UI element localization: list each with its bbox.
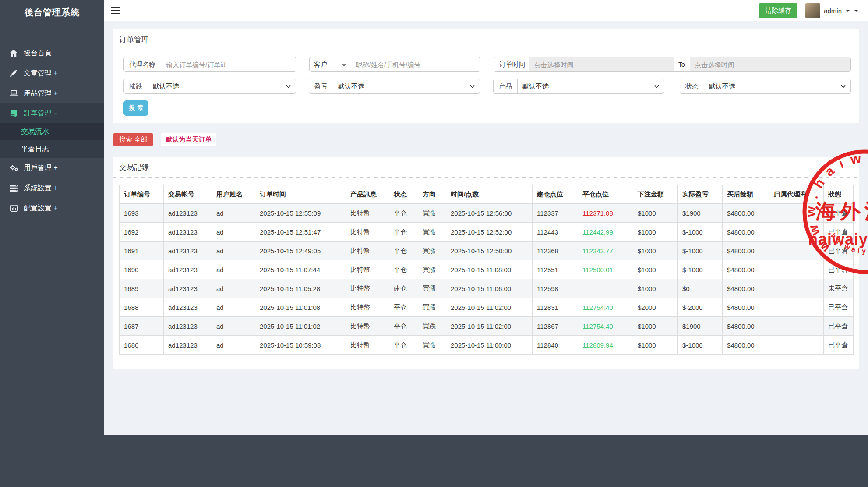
table-cell: 平仓 <box>389 223 418 242</box>
table-header-cell: 狀態 <box>824 185 854 204</box>
table-header-cell: 方向 <box>418 185 446 204</box>
table-cell: 1686 <box>120 336 164 355</box>
sidebar-item-label: 訂單管理 − <box>24 109 58 118</box>
sidebar-item-close-log[interactable]: 平倉日志 <box>0 140 104 158</box>
table-cell: 買漲 <box>418 223 446 242</box>
table-cell: 112754.40 <box>578 298 633 317</box>
table-cell <box>769 336 824 355</box>
username[interactable]: admin <box>824 7 842 14</box>
table-cell: 112368 <box>533 242 578 260</box>
default-today-note: 默认为当天订单 <box>161 133 216 146</box>
table-cell: 112337 <box>533 204 578 223</box>
table-cell: $1000 <box>633 260 678 279</box>
sidebar-item-transaction-flow[interactable]: 交易流水 <box>0 123 104 140</box>
content: 订单管理 代理名称 客户 订单时间 <box>104 21 868 435</box>
table-cell: 2025-10-15 11:07:44 <box>255 260 346 279</box>
sidebar-item-home[interactable]: 後台首頁 <box>0 43 104 63</box>
table-cell: 建仓 <box>389 279 418 298</box>
table-cell: 已平倉 <box>824 260 854 279</box>
table-cell <box>769 260 824 279</box>
search-button[interactable]: 搜 索 <box>123 100 148 116</box>
clear-cache-button[interactable]: 清除緩存 <box>759 3 797 18</box>
table-cell: 平仓 <box>389 317 418 336</box>
table-header-cell: 交易帐号 <box>164 185 212 204</box>
customer-select[interactable]: 客户 <box>310 57 351 71</box>
table-cell: $1000 <box>633 204 678 223</box>
table-cell: $0 <box>678 279 723 298</box>
product-filter-group: 产品 默认不选 <box>493 79 664 94</box>
sidebar-item-orders[interactable]: 訂單管理 − <box>0 103 104 123</box>
product-select[interactable]: 默认不选 <box>518 79 664 93</box>
table-cell: 2025-10-15 11:05:28 <box>255 279 346 298</box>
sidebar-item-label: 系統設置 + <box>24 184 58 193</box>
sidebar-menu: 後台首頁 文章管理 + 產品管理 + 訂單管理 − 交易流水 平倉日志 <box>0 43 104 218</box>
home-icon <box>9 50 18 57</box>
profit-select[interactable]: 默认不选 <box>333 79 480 93</box>
time-from-input[interactable] <box>529 57 674 71</box>
table-cell: 112343.77 <box>578 242 633 260</box>
table-cell: 2025-10-15 11:01:02 <box>255 317 346 336</box>
table-cell: 平仓 <box>389 242 418 260</box>
sidebar-item-system[interactable]: 系統設置 + <box>0 178 104 198</box>
table-cell: 2025-10-15 11:00:00 <box>446 336 533 355</box>
table-cell: 比特幣 <box>346 260 389 279</box>
sidebar-item-products[interactable]: 產品管理 + <box>0 83 104 103</box>
order-management-panel: 订单管理 代理名称 客户 订单时间 <box>113 29 859 123</box>
table-header-cell: 订单编号 <box>120 185 164 204</box>
table-header-cell: 下注金額 <box>633 185 678 204</box>
table-cell: 112551 <box>533 260 578 279</box>
sidebar-item-users[interactable]: 用戶管理 + <box>0 158 104 178</box>
caret-down-icon[interactable] <box>854 10 858 12</box>
table-cell: 2025-10-15 12:50:00 <box>446 242 533 260</box>
panel-title: 订单管理 <box>113 29 859 50</box>
table-cell: 平仓 <box>389 298 418 317</box>
table-row: 1690ad123123ad2025-10-15 11:07:44比特幣平仓買漲… <box>120 260 854 279</box>
updown-label: 涨跌 <box>124 79 148 93</box>
table-cell <box>769 204 824 223</box>
table-cell: 未平倉 <box>824 279 854 298</box>
table-cell: 2025-10-15 12:56:00 <box>446 204 533 223</box>
sidebar-toggle-button[interactable] <box>104 0 127 21</box>
table-cell: 比特幣 <box>346 298 389 317</box>
customer-select-value: 客户 <box>314 60 327 69</box>
table-header-cell: 用户姓名 <box>212 185 255 204</box>
table-cell: ad123123 <box>164 223 212 242</box>
table-cell <box>769 242 824 260</box>
records-panel: 交易記錄 订单编号交易帐号用户姓名订单时间产品訊息状态方向时间/点数建仓点位平仓… <box>113 157 859 369</box>
table-cell: 已平倉 <box>824 336 854 355</box>
table-cell: 2025-10-15 11:06:00 <box>446 279 533 298</box>
table-cell: $1900 <box>678 317 723 336</box>
table-cell: ad123123 <box>164 260 212 279</box>
topbar-right: 清除緩存 admin <box>759 3 868 18</box>
table-cell <box>769 298 824 317</box>
table-cell: 1690 <box>120 260 164 279</box>
agent-filter-group: 代理名称 <box>123 57 296 72</box>
pencil-icon <box>9 70 18 77</box>
sidebar-item-config[interactable]: 配置設置 + <box>0 198 104 218</box>
table-cell: ad123123 <box>164 279 212 298</box>
table-cell: 112867 <box>533 317 578 336</box>
table-cell: 平仓 <box>389 336 418 355</box>
table-cell: 1692 <box>120 223 164 242</box>
status-select-value: 默认不选 <box>709 82 735 91</box>
table-cell: 買漲 <box>418 279 446 298</box>
customer-input[interactable] <box>351 57 480 71</box>
status-select[interactable]: 默认不选 <box>704 79 850 93</box>
time-to-input[interactable] <box>690 57 850 71</box>
updown-select[interactable]: 默认不选 <box>148 79 296 93</box>
search-all-button[interactable]: 搜索 全部 <box>113 133 153 146</box>
table-cell: 112442.99 <box>578 223 633 242</box>
filters-area: 代理名称 客户 订单时间 To <box>113 50 859 123</box>
caret-down-icon[interactable] <box>846 10 850 12</box>
table-cell: $4800.00 <box>723 336 769 355</box>
table-header-cell: 买后餘額 <box>723 185 769 204</box>
table-cell: 1691 <box>120 242 164 260</box>
chevron-down-icon <box>286 85 291 88</box>
sidebar-item-articles[interactable]: 文章管理 + <box>0 63 104 83</box>
order-time-filter-group: 订单时间 To <box>494 57 851 72</box>
table-cell: 1689 <box>120 279 164 298</box>
table-cell: 2025-10-15 12:49:05 <box>255 242 346 260</box>
avatar[interactable] <box>805 3 820 18</box>
agent-input[interactable] <box>161 57 296 71</box>
records-table: 订单编号交易帐号用户姓名订单时间产品訊息状态方向时间/点数建仓点位平仓点位下注金… <box>119 185 854 355</box>
